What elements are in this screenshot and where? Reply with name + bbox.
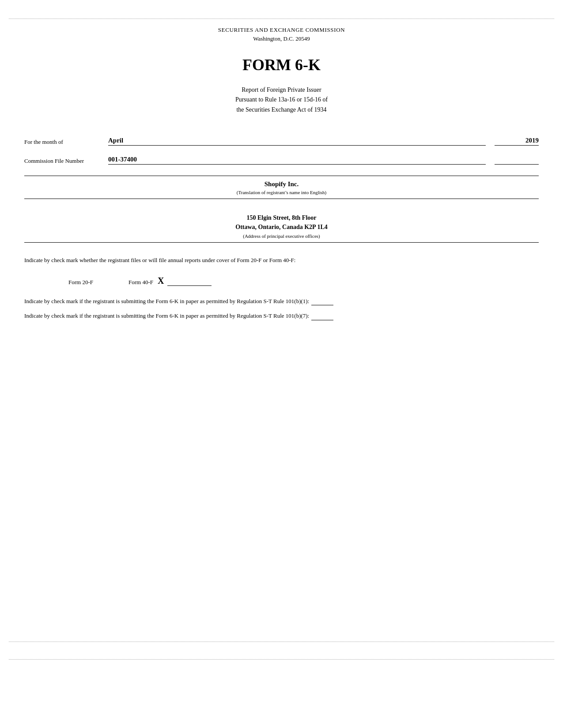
address-line1: 150 Elgin Street, 8th Floor [24, 213, 539, 222]
commission-row: Commission File Number 001-37400 [24, 156, 539, 167]
content-area: SECURITIES AND EXCHANGE COMMISSION Washi… [24, 26, 539, 320]
address-section: 150 Elgin Street, 8th Floor Ottawa, Onta… [24, 208, 539, 243]
indicate-paper-1-section: Indicate by check mark if the registrant… [24, 297, 539, 306]
address-line2: Ottawa, Ontario, Canada K2P 1L4 [24, 222, 539, 232]
page-container: SECURITIES AND EXCHANGE COMMISSION Washi… [0, 0, 563, 728]
checkbox-mark-container: X [158, 276, 212, 286]
blank-line-1 [311, 305, 333, 305]
checkbox-row: Form 20-F Form 40-F X [24, 276, 539, 286]
month-label: For the month of [24, 139, 108, 146]
indicate-paper-2-text: Indicate by check mark if the registrant… [24, 312, 309, 319]
address-main: 150 Elgin Street, 8th Floor Ottawa, Onta… [24, 213, 539, 232]
year-container: 2019 [495, 137, 539, 146]
company-section: Shopify Inc. (Translation of registrant’… [24, 176, 539, 199]
indicate-annual-section: Indicate by check mark whether the regis… [24, 256, 539, 265]
form-40f-option: Form 40-F X [128, 276, 212, 286]
month-value-container: April [108, 137, 486, 146]
form-title-section: FORM 6-K [24, 56, 539, 74]
form-40f-label: Form 40-F [128, 279, 153, 286]
commission-label: Commission File Number [24, 158, 108, 165]
blank-line-2 [311, 320, 333, 320]
report-subtitle: Report of Foreign Private Issuer Pursuan… [24, 85, 539, 115]
indicate-annual-text: Indicate by check mark whether the regis… [24, 256, 539, 265]
form-40f-mark: X [158, 276, 164, 286]
header-title: SECURITIES AND EXCHANGE COMMISSION [24, 26, 539, 34]
commission-right-line [495, 163, 539, 165]
header: SECURITIES AND EXCHANGE COMMISSION Washi… [24, 26, 539, 42]
commission-value-container: 001-37400 [108, 156, 486, 165]
form-fields: For the month of April 2019 Commission F… [24, 137, 539, 167]
form-20f-option: Form 20-F [68, 279, 93, 286]
month-row: For the month of April 2019 [24, 137, 539, 148]
year-value: 2019 [525, 137, 539, 144]
bottom-border-1 [9, 642, 554, 642]
indicate-paper-2-section: Indicate by check mark if the registrant… [24, 311, 539, 320]
form-title: FORM 6-K [24, 56, 539, 74]
header-address: Washington, D.C. 20549 [24, 35, 539, 42]
indicate-paper-1-text: Indicate by check mark if the registrant… [24, 298, 309, 304]
form-20f-label: Form 20-F [68, 279, 93, 286]
bottom-border-2 [9, 659, 554, 660]
subtitle-line1: Report of Foreign Private Issuer [24, 85, 539, 95]
month-value: April [108, 137, 123, 144]
checkbox-underline [167, 285, 212, 286]
subtitle-line3: the Securities Exchange Act of 1934 [24, 105, 539, 115]
company-name-subtitle: (Translation of registrant’s name into E… [24, 190, 539, 195]
top-border [9, 19, 554, 19]
commission-value: 001-37400 [108, 156, 137, 163]
address-subtitle: (Address of principal executive offices) [24, 233, 539, 239]
company-name: Shopify Inc. [24, 180, 539, 188]
subtitle-line2: Pursuant to Rule 13a-16 or 15d-16 of [24, 95, 539, 105]
